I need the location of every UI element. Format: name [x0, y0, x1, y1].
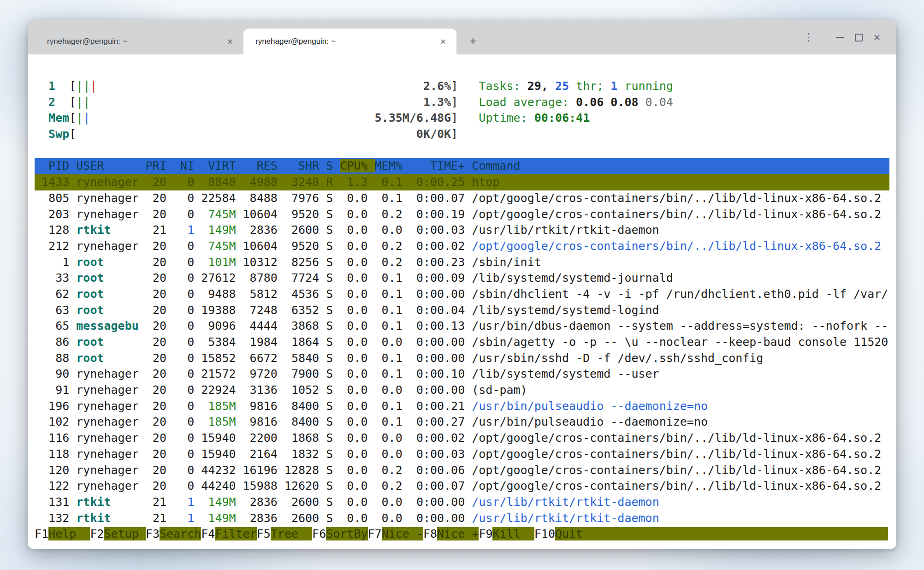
close-button[interactable]: ✕	[868, 28, 886, 47]
process-row[interactable]: 196 rynehager 20 0 185M 9816 8400 S 0.0 …	[35, 398, 889, 415]
fn-action-button[interactable]: Setup	[104, 527, 146, 540]
text-segment: 20 0 15852 6672 5840 S 0.0 0.1 0:00.00 /…	[104, 351, 764, 365]
fn-key[interactable]: F1	[35, 527, 48, 540]
text-segment: /opt/google/cros-containers/bin/../lib/l…	[472, 239, 881, 253]
new-tab-button[interactable]: +	[464, 32, 482, 50]
menu-kebab-icon[interactable]: ⋮	[800, 28, 818, 47]
process-row-selected[interactable]: 1433 rynehager 20 0 8848 4988 3248 R 1.3…	[35, 174, 889, 190]
fn-key[interactable]: F9	[479, 527, 492, 540]
process-row[interactable]: 88 root 20 0 15852 6672 5840 S 0.0 0.1 0…	[35, 350, 889, 367]
process-row[interactable]: 131 rtkit 21 1 149M 2836 2600 S 0.0 0.0 …	[35, 494, 889, 511]
process-row[interactable]: 203 rynehager 20 0 745M 10604 9520 S 0.0…	[35, 207, 889, 223]
text-segment: 122 rynehager 20 0 44240 15988 12620 S 0…	[35, 479, 881, 493]
text-segment: 203 rynehager 20 0	[35, 208, 201, 221]
text-segment: 2.6%	[423, 79, 451, 93]
fn-action-button[interactable]: Help	[48, 527, 90, 540]
text-segment: 86	[35, 335, 76, 349]
fn-action-button[interactable]: Nice +	[437, 527, 479, 540]
function-key-bar[interactable]: F1Help F2Setup F3SearchF4FilterF5Tree F6…	[35, 526, 889, 542]
text-segment: 0.04	[646, 95, 673, 109]
text-segment: 91 rynehager 20 0 22924 3136 1052 S 0.0 …	[35, 383, 527, 397]
text-segment: 2836 2600 S 0.0 0.0 0:00.03 /usr/lib/rtk…	[236, 223, 659, 237]
process-row[interactable]: 63 root 20 0 19388 7248 6352 S 0.0 0.1 0…	[35, 303, 889, 319]
minimize-button[interactable]	[831, 28, 849, 47]
text-segment: 185M	[201, 399, 236, 413]
text-segment: Load average:	[479, 95, 576, 109]
text-segment: root	[76, 303, 104, 317]
text-segment: 10604 9520 S 0.0 0.2 0:00.02	[236, 239, 472, 253]
tab-1[interactable]: rynehager@penguin: ~ ✕	[35, 29, 243, 54]
text-segment: 63	[35, 303, 76, 317]
maximize-icon	[855, 34, 863, 42]
process-row[interactable]: 65 messagebu 20 0 9096 4444 3868 S 0.0 0…	[35, 318, 889, 334]
process-row[interactable]: 90 rynehager 20 0 21572 9720 7900 S 0.0 …	[35, 366, 889, 382]
tab-title: rynehager@penguin: ~	[35, 37, 223, 46]
window-controls: ⋮ ✕	[800, 20, 886, 54]
text-segment: 132	[35, 511, 76, 525]
cpu-meter-1: 1 [||| 2.6%] Tasks: 29, 25 thr; 1 runnin…	[35, 78, 889, 95]
text-segment: 196 rynehager 20 0	[35, 399, 201, 413]
tab-strip[interactable]: rynehager@penguin: ~ ✕ rynehager@penguin…	[28, 20, 896, 54]
text-segment: 1	[35, 255, 76, 269]
process-row[interactable]: 118 rynehager 20 0 15940 2164 1832 S 0.0…	[35, 446, 889, 463]
tab-close-icon[interactable]: ✕	[223, 35, 237, 48]
text-segment	[35, 127, 48, 141]
text-segment: 20 0 27612 8780 7724 S 0.0 0.1 0:00.09 /…	[104, 271, 673, 285]
process-row[interactable]: 91 rynehager 20 0 22924 3136 1052 S 0.0 …	[35, 382, 889, 398]
text-segment: 62	[35, 287, 76, 301]
fn-action-button[interactable]: Nice -	[382, 527, 423, 540]
text-segment: 101M	[201, 255, 236, 269]
fn-action-button[interactable]: Quit	[555, 527, 597, 540]
text-segment: 88	[35, 351, 76, 365]
fn-key[interactable]: F7	[368, 527, 382, 540]
fn-action-button[interactable]: SortBy	[326, 527, 367, 540]
process-row[interactable]: 120 rynehager 20 0 44232 16196 12828 S 0…	[35, 463, 889, 479]
fn-action-button[interactable]: Kill	[492, 527, 534, 540]
process-row[interactable]: 1 root 20 0 101M 10312 8256 S 0.0 0.2 0:…	[35, 255, 889, 271]
tab-2[interactable]: rynehager@penguin: ~ ✕	[243, 29, 456, 54]
process-row[interactable]: 212 rynehager 20 0 745M 10604 9520 S 0.0…	[35, 238, 889, 255]
process-row[interactable]: 102 rynehager 20 0 185M 9816 8400 S 0.0 …	[35, 414, 889, 430]
text-segment: 0K/0K	[416, 127, 451, 141]
process-row[interactable]: 116 rynehager 20 0 15940 2200 1868 S 0.0…	[35, 430, 889, 446]
text-segment: messagebu	[76, 319, 138, 332]
text-segment: 212 rynehager 20 0	[35, 239, 201, 253]
fn-key[interactable]: F2	[90, 527, 104, 540]
text-segment: ]	[451, 79, 479, 93]
process-row[interactable]: 122 rynehager 20 0 44240 15988 12620 S 0…	[35, 478, 889, 494]
fn-key[interactable]: F6	[312, 527, 326, 540]
process-table-header[interactable]: PID USER PRI NI VIRT RES SHR S CPU% MEM%…	[35, 158, 889, 174]
text-segment: 33	[35, 271, 76, 285]
text-segment: 10312 8256 S 0.0 0.2 0:00.23 /sbin/init	[236, 255, 541, 269]
text-segment: ]	[451, 127, 458, 141]
text-segment: Tasks:	[479, 79, 527, 93]
process-row[interactable]: 128 rtkit 21 1 149M 2836 2600 S 0.0 0.0 …	[35, 222, 889, 238]
fn-key[interactable]: F5	[257, 527, 271, 540]
fn-key[interactable]: F8	[423, 527, 437, 540]
text-segment: rtkit	[76, 511, 111, 525]
fn-action-button[interactable]: Tree	[271, 527, 312, 540]
fn-key[interactable]: F3	[146, 527, 160, 540]
fn-key[interactable]: F4	[201, 527, 215, 540]
text-segment: 149M	[201, 511, 236, 525]
text-segment: 131	[35, 495, 76, 509]
process-row[interactable]: 805 rynehager 20 0 22584 8488 7976 S 0.0…	[35, 190, 889, 207]
text-segment: 21	[111, 511, 188, 525]
terminal-screen[interactable]: 1 [||| 2.6%] Tasks: 29, 25 thr; 1 runnin…	[28, 54, 896, 549]
text-segment: 00:06:41	[534, 111, 590, 125]
fn-key[interactable]: F10	[534, 527, 555, 540]
fn-action-button[interactable]: Filter	[215, 527, 256, 540]
process-row[interactable]: 86 root 20 0 5384 1984 1864 S 0.0 0.0 0:…	[35, 334, 889, 350]
fn-action-button[interactable]	[597, 527, 888, 540]
text-segment: |	[76, 111, 83, 125]
process-row[interactable]: 33 root 20 0 27612 8780 7724 S 0.0 0.1 0…	[35, 270, 889, 286]
text-segment: Uptime:	[479, 111, 534, 125]
tab-close-icon[interactable]: ✕	[436, 35, 450, 48]
maximize-button[interactable]	[849, 28, 868, 47]
text-segment: 20 0 5384 1984 1864 S 0.0 0.0 0:00.00 /s…	[104, 335, 888, 349]
text-segment: Mem	[48, 111, 69, 125]
process-row[interactable]: 132 rtkit 21 1 149M 2836 2600 S 0.0 0.0 …	[35, 511, 889, 527]
text-segment: 65	[35, 319, 76, 332]
fn-action-button[interactable]: Search	[160, 527, 201, 540]
process-row[interactable]: 62 root 20 0 9488 5812 4536 S 0.0 0.1 0:…	[35, 286, 889, 303]
